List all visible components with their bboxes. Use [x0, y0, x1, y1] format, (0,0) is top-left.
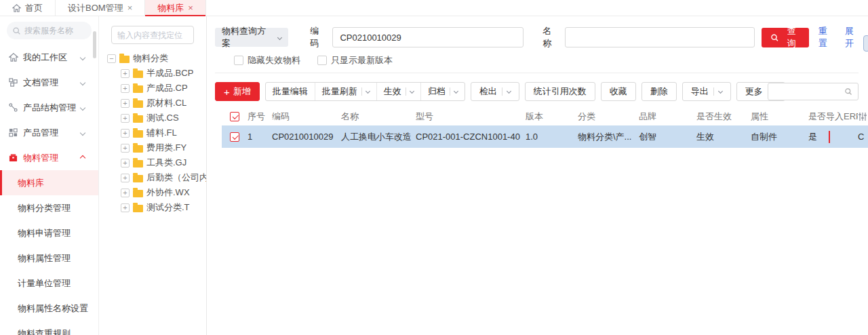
sidebar-item-material-management[interactable]: 物料管理	[0, 145, 98, 170]
search-button[interactable]: 查询	[762, 28, 809, 47]
export-label: 导出	[691, 85, 709, 98]
expand-icon[interactable]: +	[121, 69, 130, 78]
sidebar-subitem-material-classification[interactable]: 物料分类管理	[0, 195, 98, 220]
sidebar-subitem-attribute-name-settings[interactable]: 物料属性名称设置	[0, 296, 98, 321]
expand-icon[interactable]: +	[121, 129, 130, 138]
chevron-down-icon[interactable]	[410, 88, 414, 93]
tree-node[interactable]: + 测试.CS	[99, 111, 206, 125]
batch-edit-button[interactable]: 批量编辑	[266, 83, 315, 100]
tree-node[interactable]: + 费用类.FY	[99, 140, 206, 155]
sidebar-subitem-unit-management[interactable]: 计量单位管理	[0, 271, 98, 296]
tree-node[interactable]: + 外协件.WX	[99, 185, 206, 200]
column-settings-icon[interactable]	[858, 112, 867, 121]
folder-icon	[133, 160, 143, 168]
latest-only-checkbox[interactable]	[317, 56, 327, 65]
code-label: 编码	[310, 25, 327, 50]
tree-node[interactable]: + 辅料.FL	[99, 125, 206, 140]
hide-invalid-checkbox[interactable]	[234, 56, 243, 65]
expand-icon[interactable]: +	[121, 84, 130, 93]
close-icon[interactable]: ×	[188, 3, 193, 13]
column-header[interactable]: 序号	[248, 111, 272, 123]
export-button[interactable]: 导出	[682, 82, 731, 101]
close-icon[interactable]: ×	[127, 3, 133, 13]
favorite-button[interactable]: 收藏	[601, 82, 636, 101]
home-icon	[12, 4, 21, 12]
column-header[interactable]: 版本	[526, 111, 578, 123]
chevron-down-icon	[80, 104, 85, 110]
batch-refresh-button[interactable]: 批量刷新	[315, 83, 376, 100]
tree-node[interactable]: + 工具类.GJ	[99, 155, 206, 170]
tree-node[interactable]: + 产成品.CP	[99, 81, 206, 96]
delete-button[interactable]: 删除	[642, 82, 677, 101]
tree-node-root[interactable]: − 物料分类	[99, 51, 206, 66]
folder-icon	[133, 205, 143, 212]
tree-filter-input[interactable]	[111, 26, 194, 44]
tree-node[interactable]: + 半成品.BCP	[99, 66, 206, 81]
collapse-icon[interactable]: −	[107, 54, 116, 63]
sidebar-subitem-dedup-rules[interactable]: 物料查重规则	[0, 321, 98, 335]
search-icon	[770, 33, 779, 42]
expand-icon[interactable]: +	[121, 114, 130, 123]
expand-icon[interactable]: +	[121, 144, 130, 153]
sidebar-scrollbar[interactable]	[93, 31, 96, 58]
folder-icon	[133, 71, 143, 78]
name-label: 名称	[542, 25, 559, 50]
floating-scrollbar[interactable]	[863, 35, 868, 52]
expand-icon[interactable]: +	[121, 203, 130, 212]
tree-node-label: 费用类.FY	[146, 142, 186, 154]
chevron-down-icon	[80, 79, 85, 85]
sidebar-item-label: 文档管理	[23, 77, 76, 89]
column-header[interactable]: 是否生效	[696, 111, 751, 123]
code-input[interactable]	[332, 27, 524, 47]
checkout-button[interactable]: 检出	[471, 82, 519, 101]
add-button[interactable]: + 新增	[215, 82, 260, 101]
reset-link[interactable]: 重置	[818, 25, 835, 50]
column-header[interactable]: 品牌	[639, 111, 696, 123]
select-all-checkbox[interactable]	[230, 112, 239, 121]
filter-checkbox-row: 隐藏失效物料 只显示最新版本	[215, 54, 868, 66]
tree-node[interactable]: + 测试分类.T	[99, 200, 206, 215]
tree-node-label: 半成品.BCP	[146, 67, 193, 79]
activate-button[interactable]: 生效	[377, 83, 420, 100]
sidebar-item-documents[interactable]: 文档管理	[0, 70, 98, 95]
archive-button[interactable]: 归档	[421, 83, 465, 100]
sidebar-subitem-material-attribute[interactable]: 物料属性管理	[0, 245, 98, 271]
table-search-input[interactable]	[768, 83, 859, 100]
cell-code: CP0210010029	[272, 132, 341, 142]
tab-material-library[interactable]: 物料库 ×	[145, 0, 206, 16]
material-table: 序号 编码 名称 型号 版本 分类 品牌 是否生效 属性 是否导入ERP	[222, 108, 868, 148]
sidebar-subitem-material-request[interactable]: 物料申请管理	[0, 220, 98, 245]
table-header-row: 序号 编码 名称 型号 版本 分类 品牌 是否生效 属性 是否导入ERP	[222, 108, 868, 125]
expand-icon[interactable]: +	[121, 174, 130, 182]
chevron-down-icon[interactable]	[718, 88, 723, 93]
column-header[interactable]: 编码	[272, 111, 341, 123]
query-scheme-dropdown[interactable]: 物料查询方案	[215, 28, 288, 47]
column-header[interactable]: 型号	[416, 111, 526, 123]
sidebar-item-product-structure[interactable]: 产品结构管理	[0, 95, 98, 120]
tree-node[interactable]: + 原材料.CL	[99, 96, 206, 111]
column-header[interactable]: 名称	[341, 111, 416, 123]
tab-home[interactable]: 首页	[0, 0, 56, 16]
sidebar-subitem-material-library[interactable]: 物料库	[0, 170, 98, 195]
column-header[interactable]: 是否导入ERP	[808, 111, 858, 123]
tab-design-bom[interactable]: 设计BOM管理 ×	[56, 0, 145, 16]
column-header[interactable]: 分类	[578, 111, 639, 123]
sidebar-item-product-management[interactable]: 产品管理	[0, 120, 98, 145]
sidebar-item-workspace[interactable]: 我的工作区	[0, 45, 98, 70]
sidebar-search-input[interactable]: 搜索服务名称	[7, 22, 92, 39]
divider	[406, 87, 406, 96]
divider	[713, 87, 714, 96]
tree-node[interactable]: + 后勤类（公司内部用	[99, 170, 206, 185]
sidebar-search-placeholder: 搜索服务名称	[24, 25, 73, 37]
chevron-down-icon[interactable]	[366, 88, 370, 93]
row-checkbox[interactable]	[230, 132, 239, 142]
expand-icon[interactable]: +	[121, 99, 130, 108]
column-header[interactable]: 属性	[751, 111, 808, 123]
expand-icon[interactable]: +	[121, 159, 130, 168]
chevron-down-icon[interactable]	[454, 88, 458, 93]
table-row[interactable]: 1 CP0210010029 人工换电小车改造 CP021-001-CZCN10…	[222, 125, 868, 148]
reference-count-button[interactable]: 统计引用次数	[525, 82, 595, 101]
expand-icon[interactable]: +	[121, 189, 130, 197]
name-input[interactable]	[565, 27, 755, 47]
chevron-down-icon[interactable]	[507, 88, 511, 93]
